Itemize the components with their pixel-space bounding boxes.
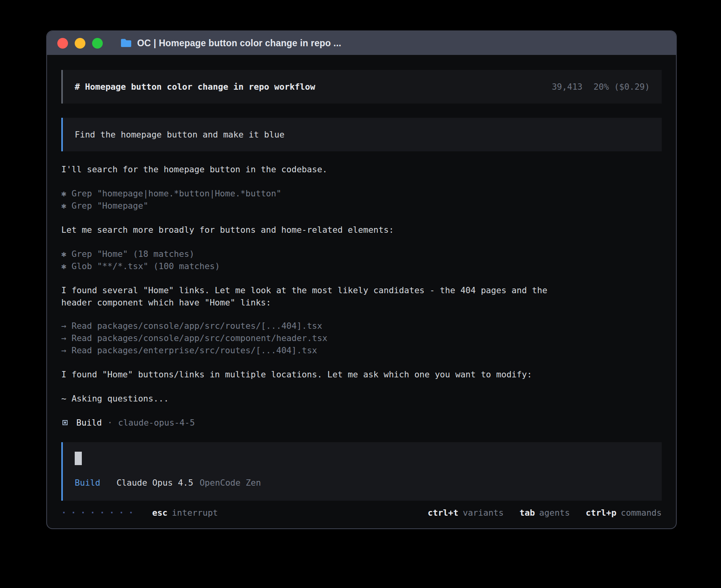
read-arrow-icon: → (61, 344, 66, 356)
tool-call-text: Grep "homepage|home.*button|Home.*button… (72, 188, 281, 198)
minimize-button[interactable] (75, 38, 85, 49)
read-file-text: Read packages/console/app/src/routes/[..… (72, 321, 322, 331)
esc-key-label: interrupt (172, 507, 218, 519)
esc-key-hint: esc (152, 507, 168, 519)
input-status-row: Build Claude Opus 4.5 OpenCode Zen (75, 477, 650, 489)
user-message-text: Find the homepage button and make it blu… (75, 130, 285, 139)
shortcut-label: variants (463, 507, 504, 519)
agent-separator: · (108, 416, 113, 429)
shortcut-key: tab (519, 507, 535, 519)
assistant-text: I found several "Home" links. Let me loo… (61, 284, 567, 309)
assistant-text: Let me search more broadly for buttons a… (61, 224, 567, 236)
terminal-content: # Homepage button color change in repo w… (47, 55, 676, 528)
session-title: # Homepage button color change in repo w… (75, 81, 315, 93)
desktop-background: OC | Homepage button color change in rep… (0, 0, 721, 588)
shortcut-label: commands (621, 507, 662, 519)
tool-asterisk-icon: ✱ (61, 248, 66, 260)
status-bar: ········ esc interrupt ctrl+t variants t… (61, 501, 662, 519)
agent-mode-label: Build (75, 477, 100, 489)
user-message: Find the homepage button and make it blu… (61, 118, 662, 151)
traffic-lights (57, 38, 103, 49)
tool-asterisk-icon: ✱ (61, 187, 66, 200)
tool-call-line: ✱Grep "homepage|home.*button|Home.*butto… (61, 187, 662, 200)
token-count: 39,413 (552, 81, 583, 93)
tool-call-group: ✱Grep "Home" (18 matches) ✱Glob "**/*.ts… (61, 248, 662, 272)
agent-status-line: Build · claude-opus-4-5 (61, 416, 662, 429)
agent-model: claude-opus-4-5 (118, 416, 195, 429)
read-file-line: →Read packages/console/app/src/routes/[.… (61, 320, 662, 332)
shortcut-key: ctrl+t (428, 507, 459, 519)
context-percent: 20% (594, 81, 609, 93)
assistant-text: I found "Home" buttons/links in multiple… (61, 368, 567, 381)
model-label: Claude Opus 4.5 (117, 477, 193, 489)
agent-name: Build (76, 416, 102, 429)
tool-asterisk-icon: ✱ (61, 200, 66, 212)
status-bar-left: ········ esc interrupt (61, 507, 218, 519)
tool-call-group: ✱Grep "homepage|home.*button|Home.*butto… (61, 187, 662, 212)
read-file-text: Read packages/enterprise/src/routes/[...… (72, 345, 317, 355)
zoom-button[interactable] (92, 38, 103, 49)
working-status: ~ Asking questions... (61, 392, 662, 405)
tool-call-line: ✱Grep "Homepage" (61, 200, 662, 212)
text-cursor (75, 452, 82, 465)
window-title: OC | Homepage button color change in rep… (137, 38, 341, 49)
session-header: # Homepage button color change in repo w… (61, 70, 662, 104)
tool-call-text: Grep "Homepage" (72, 201, 148, 211)
read-arrow-icon: → (61, 320, 66, 332)
read-arrow-icon: → (61, 332, 66, 344)
prompt-input[interactable]: Build Claude Opus 4.5 OpenCode Zen (61, 442, 662, 501)
tool-call-line: ✱Grep "Home" (18 matches) (61, 248, 662, 260)
spinner-dots-icon: ········ (61, 507, 138, 519)
provider-label: OpenCode Zen (200, 477, 261, 489)
tool-call-group: →Read packages/console/app/src/routes/[.… (61, 320, 662, 356)
tool-asterisk-icon: ✱ (61, 260, 66, 272)
shortcut-commands: ctrl+p commands (586, 507, 662, 519)
tool-call-text: Glob "**/*.tsx" (100 matches) (72, 261, 220, 271)
status-bar-right: ctrl+t variants tab agents ctrl+p comman… (428, 507, 662, 519)
agent-square-icon (62, 420, 68, 425)
tool-call-text: Grep "Home" (18 matches) (72, 249, 194, 259)
read-file-text: Read packages/console/app/src/component/… (72, 333, 327, 343)
tool-call-line: ✱Glob "**/*.tsx" (100 matches) (61, 260, 662, 272)
terminal-window: OC | Homepage button color change in rep… (46, 30, 677, 529)
read-file-line: →Read packages/enterprise/src/routes/[..… (61, 344, 662, 356)
shortcut-key: ctrl+p (586, 507, 617, 519)
assistant-text: I'll search for the homepage button in t… (61, 163, 567, 175)
folder-icon (120, 38, 132, 48)
shortcut-label: agents (539, 507, 570, 519)
session-cost: ($0.29) (614, 81, 650, 93)
shortcut-variants: ctrl+t variants (428, 507, 504, 519)
window-titlebar[interactable]: OC | Homepage button color change in rep… (47, 31, 676, 55)
read-file-line: →Read packages/console/app/src/component… (61, 332, 662, 344)
close-button[interactable] (57, 38, 68, 49)
titlebar-title-group: OC | Homepage button color change in rep… (120, 38, 341, 49)
shortcut-agents: tab agents (519, 507, 570, 519)
session-stats: 39,413 20% ($0.29) (552, 81, 650, 93)
